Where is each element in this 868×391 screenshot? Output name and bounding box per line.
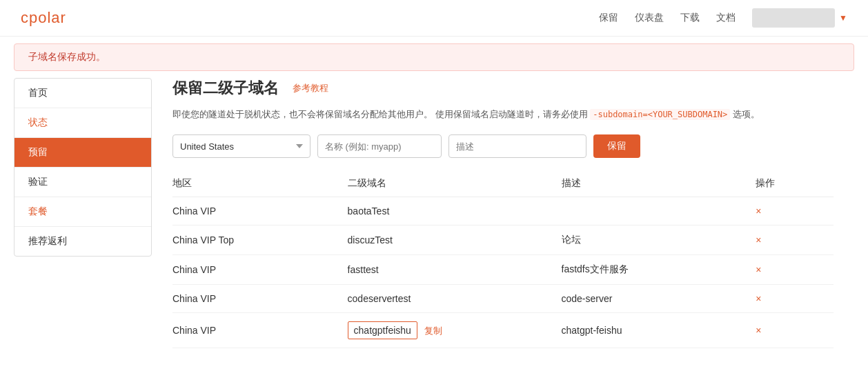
table-row: China VIP chatgptfeishu 复制 chatgpt-feish… <box>172 313 834 348</box>
success-banner: 子域名保存成功。 <box>14 43 854 71</box>
subdomain-highlight-box: chatgptfeishu <box>348 321 417 339</box>
save-button[interactable]: 保留 <box>593 134 640 158</box>
cell-desc: code-server <box>562 285 756 313</box>
delete-button[interactable]: × <box>756 325 761 336</box>
nav-docs-link[interactable]: 文档 <box>716 12 736 24</box>
col-header-subdomain: 二级域名 <box>348 170 562 197</box>
col-header-action: 操作 <box>756 170 834 197</box>
page-title: 保留二级子域名 <box>172 78 279 99</box>
delete-button[interactable]: × <box>756 293 761 304</box>
nav-dashboard[interactable]: 保留 <box>599 12 618 24</box>
cell-action: × <box>756 197 834 225</box>
table-row: China VIP baotaTest × <box>172 197 834 225</box>
user-area: ▼ <box>752 8 847 28</box>
dropdown-arrow-icon[interactable]: ▼ <box>839 13 847 23</box>
sidebar-item-verify[interactable]: 验证 <box>14 168 151 197</box>
logo: cpolar <box>21 9 66 27</box>
nav-links: 保留 仪表盘 下载 文档 ▼ <box>599 8 847 28</box>
cell-desc <box>562 197 756 225</box>
cell-subdomain: fasttest <box>348 255 562 285</box>
cell-region: China VIP <box>172 285 348 313</box>
cell-action: × <box>756 225 834 255</box>
data-table: 地区 二级域名 描述 操作 China VIP baotaTest × <box>172 170 834 348</box>
table-row: China VIP codeservertest code-server × <box>172 285 834 313</box>
cell-desc: 论坛 <box>562 225 756 255</box>
delete-button[interactable]: × <box>756 264 761 275</box>
cell-action: × <box>756 313 834 348</box>
cell-subdomain: codeservertest <box>348 285 562 313</box>
ref-link[interactable]: 参考教程 <box>293 82 328 94</box>
sidebar-item-plan[interactable]: 套餐 <box>14 197 151 227</box>
cell-region: China VIP Top <box>172 225 348 255</box>
cell-region: China VIP <box>172 255 348 285</box>
cell-action: × <box>756 285 834 313</box>
page-header: 保留二级子域名 参考教程 <box>172 78 834 99</box>
table-row: China VIP Top discuzTest 论坛 × <box>172 225 834 255</box>
table-row: China VIP fasttest fastdfs文件服务 × <box>172 255 834 285</box>
code-snippet: -subdomain=<YOUR_SUBDOMAIN> <box>590 109 730 120</box>
cell-subdomain: discuzTest <box>348 225 562 255</box>
sidebar: 首页 状态 预留 验证 套餐 推荐返利 <box>14 78 152 257</box>
col-header-region: 地区 <box>172 170 348 197</box>
main-layout: 首页 状态 预留 验证 套餐 推荐返利 保留二级子域名 参考教程 即使您的隧道处… <box>14 78 854 348</box>
cell-desc: chatgpt-feishu <box>562 313 756 348</box>
header: cpolar 保留 仪表盘 下载 文档 ▼ <box>0 0 868 37</box>
content-area: 保留二级子域名 参考教程 即使您的隧道处于脱机状态，也不会将保留域名分配给其他用… <box>152 78 854 348</box>
cell-desc: fastdfs文件服务 <box>562 255 756 285</box>
sidebar-item-reserve[interactable]: 预留 <box>14 138 151 168</box>
col-header-desc: 描述 <box>562 170 756 197</box>
form-row: United States China VIP China VIP Top Ja… <box>172 134 834 158</box>
desc-text-1: 即使您的隧道处于脱机状态，也不会将保留域名分配给其他用户。 使用保留域名启动隧道… <box>172 109 588 119</box>
cell-subdomain: baotaTest <box>348 197 562 225</box>
nav-dashboard-link[interactable]: 仪表盘 <box>635 12 664 24</box>
sidebar-item-status[interactable]: 状态 <box>14 108 151 138</box>
region-select[interactable]: United States China VIP China VIP Top Ja… <box>172 134 310 158</box>
success-message: 子域名保存成功。 <box>28 51 106 62</box>
cell-region: China VIP <box>172 197 348 225</box>
nav-download-link[interactable]: 下载 <box>680 12 700 24</box>
sidebar-item-home[interactable]: 首页 <box>14 79 151 108</box>
sidebar-item-referral[interactable]: 推荐返利 <box>14 227 151 256</box>
delete-button[interactable]: × <box>756 205 761 217</box>
delete-button[interactable]: × <box>756 234 761 245</box>
cell-action: × <box>756 255 834 285</box>
cell-region: China VIP <box>172 313 348 348</box>
name-input[interactable] <box>317 134 442 158</box>
copy-button[interactable]: 复制 <box>424 325 442 337</box>
page-description: 即使您的隧道处于脱机状态，也不会将保留域名分配给其他用户。 使用保留域名启动隧道… <box>172 107 834 122</box>
user-avatar <box>752 8 835 28</box>
desc-input[interactable] <box>448 134 586 158</box>
cell-subdomain-highlighted: chatgptfeishu 复制 <box>348 313 562 348</box>
desc-text-2: 选项。 <box>733 109 760 119</box>
